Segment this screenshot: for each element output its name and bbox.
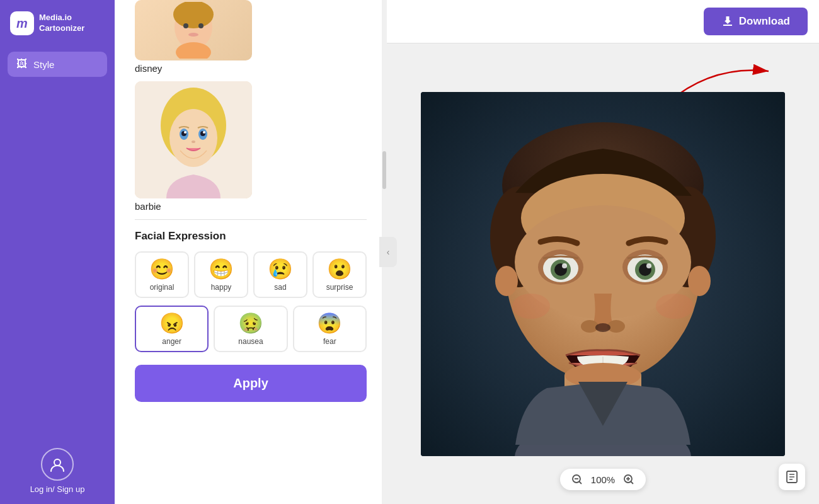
happy-label: happy (211, 283, 232, 292)
zoom-in-button[interactable] (623, 474, 634, 485)
svg-point-46 (512, 294, 550, 319)
svg-point-40 (646, 263, 651, 268)
surprise-emoji: 😮 (327, 259, 352, 279)
style-item-barbie[interactable]: barbie (135, 81, 367, 212)
disney-label: disney (135, 63, 367, 74)
svg-point-47 (656, 294, 694, 319)
anger-emoji: 😠 (159, 313, 185, 333)
svg-point-3 (183, 23, 188, 28)
svg-line-50 (580, 482, 582, 484)
style-icon: 🖼 (16, 58, 27, 71)
svg-point-16 (192, 140, 195, 143)
zoom-out-icon (571, 474, 583, 485)
download-button[interactable]: Download (704, 8, 808, 35)
expression-fear[interactable]: 😨 fear (293, 306, 367, 352)
logo-icon: m (10, 11, 34, 35)
sidebar-navigation: 🖼 Style (0, 47, 115, 435)
expression-sad[interactable]: 😢 sad (253, 251, 307, 298)
apply-button[interactable]: Apply (135, 365, 367, 402)
zoom-value: 100% (589, 474, 617, 485)
expression-anger[interactable]: 😠 anger (135, 306, 209, 352)
scroll-thumb[interactable] (382, 151, 386, 189)
logo-area: m Media.io Cartoonizer (0, 0, 115, 47)
sad-emoji: 😢 (268, 259, 293, 279)
svg-point-4 (198, 23, 203, 28)
expression-surprise[interactable]: 😮 surprise (312, 251, 367, 298)
fear-label: fear (323, 337, 336, 346)
chevron-left-icon: ‹ (387, 247, 390, 257)
expression-nausea[interactable]: 🤢 nausea (214, 306, 287, 352)
svg-point-39 (562, 263, 567, 268)
barbie-thumbnail (135, 81, 252, 198)
happy-emoji: 😁 (209, 259, 234, 279)
cartoon-face-svg (421, 92, 785, 456)
zoom-in-icon (623, 474, 634, 485)
original-label: original (150, 283, 175, 292)
style-item-disney[interactable]: disney (135, 0, 367, 74)
svg-point-29 (688, 266, 711, 296)
zoom-out-button[interactable] (571, 474, 583, 485)
collapse-handle[interactable]: ‹ (379, 237, 397, 267)
facial-expression-title: Facial Expression (135, 230, 367, 243)
barbie-label: barbie (135, 201, 367, 212)
zoom-bar: 100% (560, 469, 646, 490)
notes-icon (785, 470, 799, 484)
expression-original[interactable]: 😊 original (135, 251, 189, 298)
canvas-area: 100% (387, 43, 819, 504)
notes-button[interactable] (779, 464, 805, 490)
expression-grid-row2: 😠 anger 🤢 nausea 😨 fear (135, 306, 367, 352)
sidebar: m Media.io Cartoonizer 🖼 Style Log in/ S… (0, 0, 115, 504)
expression-grid-row1: 😊 original 😁 happy 😢 sad 😮 surprise (135, 251, 367, 298)
login-label[interactable]: Log in/ Sign up (30, 484, 85, 494)
original-emoji: 😊 (149, 259, 175, 279)
section-divider (135, 219, 367, 220)
svg-rect-17 (723, 25, 732, 26)
main-canvas-image (421, 92, 785, 456)
svg-point-28 (495, 266, 518, 296)
anger-label: anger (162, 337, 181, 346)
sad-label: sad (274, 283, 286, 292)
svg-point-43 (595, 323, 610, 332)
download-label: Download (739, 15, 790, 28)
sidebar-item-style[interactable]: 🖼 Style (8, 52, 107, 77)
svg-point-14 (184, 131, 186, 134)
fear-emoji: 😨 (317, 313, 342, 333)
disney-thumbnail (135, 0, 252, 60)
avatar[interactable] (41, 448, 74, 481)
sidebar-item-label: Style (33, 59, 54, 70)
svg-point-0 (54, 459, 60, 466)
svg-point-5 (188, 33, 198, 37)
right-panel: Download (387, 0, 819, 504)
svg-point-2 (173, 2, 214, 28)
surprise-label: surprise (326, 283, 353, 292)
nausea-emoji: 🤢 (238, 313, 263, 333)
nausea-label: nausea (238, 337, 263, 346)
app-name: Media.io Cartoonizer (39, 13, 84, 34)
sidebar-bottom: Log in/ Sign up (30, 435, 85, 504)
svg-point-15 (203, 131, 205, 134)
right-header: Download (387, 0, 819, 43)
left-panel-wrapper: disney (115, 0, 387, 504)
svg-point-6 (176, 42, 211, 59)
expression-happy[interactable]: 😁 happy (194, 251, 248, 298)
svg-line-54 (631, 482, 634, 484)
download-icon (721, 15, 734, 28)
left-panel: disney (115, 0, 387, 504)
